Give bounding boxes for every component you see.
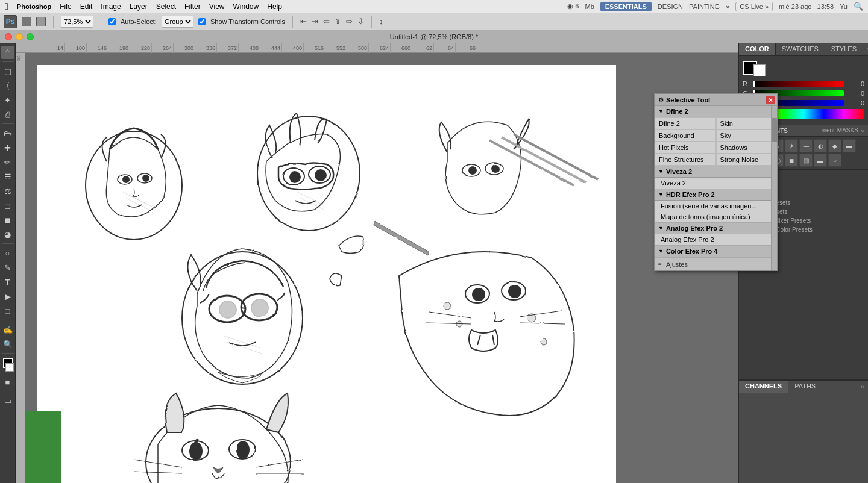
cs-live-btn[interactable]: CS Live »: [735, 2, 773, 11]
eyedropper-tool[interactable]: 🗁: [1, 126, 14, 140]
align-top-icon[interactable]: ⇧: [335, 17, 341, 26]
menu-view[interactable]: View: [209, 2, 225, 11]
dfine-item-dfine2[interactable]: Dfine 2: [655, 117, 716, 129]
auto-select-dropdown[interactable]: Group: [162, 16, 193, 28]
dfine-item-sky[interactable]: Sky: [716, 129, 778, 142]
ps-logo: Ps: [4, 15, 17, 28]
dfine-item-skin[interactable]: Skin: [716, 117, 778, 129]
hdr-item-fusion[interactable]: Fusión (serie de varias imágen...: [655, 201, 777, 211]
brush-tool[interactable]: ✏: [1, 155, 14, 169]
selective-color-icon[interactable]: ○: [828, 154, 841, 167]
hdr-item-tonemap[interactable]: Mapa de tonos (imagen única): [655, 211, 777, 222]
search-icon[interactable]: 🔍: [854, 2, 863, 11]
bg-color-swatch[interactable]: [753, 64, 766, 76]
gradient-map-icon[interactable]: ▬: [814, 154, 827, 167]
painting-btn[interactable]: PAINTING: [689, 3, 720, 10]
menu-filter[interactable]: Filter: [184, 2, 201, 11]
dfine-item-shadows[interactable]: Shadows: [716, 142, 778, 154]
viveza-header[interactable]: ▼ Viveza 2: [655, 166, 777, 178]
posterize-icon[interactable]: ◼: [785, 154, 798, 167]
tab-swatches[interactable]: SWATCHES: [776, 43, 825, 55]
hand-tool[interactable]: ✍: [1, 323, 14, 336]
menu-layer[interactable]: Layer: [130, 2, 148, 11]
healing-tool[interactable]: ✚: [1, 141, 14, 154]
selective-tool-close[interactable]: ✕: [766, 96, 775, 104]
gradient-tool[interactable]: ◼: [1, 213, 14, 226]
hsl-icon[interactable]: ◐: [814, 139, 827, 152]
marquee-tool[interactable]: ▢: [1, 64, 14, 78]
menu-select[interactable]: Select: [156, 2, 176, 11]
history-tool[interactable]: ⚖: [1, 184, 14, 198]
shape-tool[interactable]: □: [1, 304, 14, 317]
text-tool[interactable]: T: [1, 275, 14, 288]
align-center-h-icon[interactable]: ⇥: [312, 17, 318, 26]
path-select-tool[interactable]: ▶: [1, 290, 14, 303]
maximize-button[interactable]: [27, 33, 34, 40]
essentials-btn[interactable]: ESSENTIALS: [600, 2, 652, 11]
dfine-header[interactable]: ▼ Dfine 2: [655, 106, 777, 117]
align-right-icon[interactable]: ⇦: [323, 17, 330, 26]
analog-item[interactable]: Analog Efex Pro 2: [655, 234, 777, 245]
crop-tool[interactable]: ⎙: [1, 108, 14, 121]
threshold-icon[interactable]: ▥: [799, 154, 813, 167]
lasso-tool[interactable]: 〈: [1, 79, 14, 92]
close-button[interactable]: [5, 33, 12, 40]
tab-styles[interactable]: STYLES: [825, 43, 863, 55]
quick-select-tool[interactable]: ✦: [1, 93, 14, 107]
canvas-document[interactable]: [37, 65, 616, 483]
dfine-item-hotpixels[interactable]: Hot Pixels: [655, 142, 716, 154]
dodge-tool[interactable]: ○: [1, 246, 14, 260]
apple-menu[interactable]: : [5, 1, 8, 12]
show-transform-checkbox[interactable]: [198, 18, 206, 25]
masks-label[interactable]: MASKS: [837, 127, 858, 134]
zoom-select[interactable]: 72,5% 100% 50%: [61, 16, 93, 28]
analog-header[interactable]: ▼ Analog Efex Pro 2: [655, 223, 777, 234]
move-tool[interactable]: ⇧: [1, 46, 14, 59]
menu-image[interactable]: Image: [101, 2, 121, 11]
eraser-tool[interactable]: ◻: [1, 199, 14, 212]
vibrance-icon[interactable]: ⸻: [799, 139, 813, 152]
menu-help[interactable]: Help: [267, 2, 282, 11]
tab-channels[interactable]: CHANNELS: [739, 381, 788, 393]
color-balance-icon[interactable]: ◆: [828, 139, 841, 152]
screen-mode-tool[interactable]: ▭: [1, 394, 14, 407]
expand-icon[interactable]: »: [861, 127, 864, 134]
minimize-button[interactable]: [16, 33, 23, 40]
workspace-more[interactable]: »: [726, 3, 729, 10]
align-bottom-icon[interactable]: ⇩: [357, 17, 364, 26]
quick-mask-tool[interactable]: ■: [1, 375, 14, 388]
dfine-item-background[interactable]: Background: [655, 129, 716, 142]
auto-select-checkbox[interactable]: [108, 18, 116, 25]
dfine-item-strongnoise[interactable]: Strong Noise: [716, 154, 778, 166]
menu-edit[interactable]: Edit: [80, 2, 93, 11]
colorefex-header[interactable]: ▼ Color Efex Pro 4: [655, 246, 777, 257]
align-left-icon[interactable]: ⇤: [300, 17, 307, 26]
clone-tool[interactable]: ☴: [1, 170, 14, 183]
design-btn[interactable]: DESIGN: [658, 3, 683, 10]
bw-icon[interactable]: ▬: [843, 139, 856, 152]
menu-window[interactable]: Window: [233, 2, 259, 11]
scrollbar-thumb[interactable]: [772, 118, 778, 142]
hdr-section: ▼ HDR Efex Pro 2 Fusión (serie de varias…: [655, 189, 777, 223]
background-swatch[interactable]: [5, 363, 14, 372]
panel-scrollbar[interactable]: [771, 106, 777, 270]
exposure-icon[interactable]: ☀: [785, 139, 798, 152]
menu-file[interactable]: File: [60, 2, 71, 11]
channels-expand[interactable]: »: [857, 381, 868, 393]
viveza-item-viveza2[interactable]: Viveza 2: [655, 178, 777, 189]
blur-tool[interactable]: ◕: [1, 228, 14, 241]
svg-point-14: [492, 165, 499, 172]
options-bar: Ps 72,5% 100% 50% Auto-Select: Group Sho…: [0, 13, 868, 30]
red-slider[interactable]: [753, 81, 844, 87]
hdr-header[interactable]: ▼ HDR Efex Pro 2: [655, 189, 777, 201]
tab-color[interactable]: COLOR: [739, 43, 776, 55]
zoom-tool[interactable]: 🔍: [1, 337, 14, 351]
selective-tool-titlebar[interactable]: ⚙ Selective Tool ✕: [655, 94, 777, 106]
dfine-item-finestructures[interactable]: Fine Structures: [655, 154, 716, 166]
distribute-icon[interactable]: ↕: [379, 17, 383, 26]
pen-tool[interactable]: ✎: [1, 261, 14, 274]
canvas-wrapper[interactable]: [25, 53, 738, 483]
color-panel-expand[interactable]: »: [863, 43, 868, 55]
align-center-v-icon[interactable]: ⇨: [346, 17, 353, 26]
tab-paths[interactable]: PATHS: [788, 381, 822, 393]
